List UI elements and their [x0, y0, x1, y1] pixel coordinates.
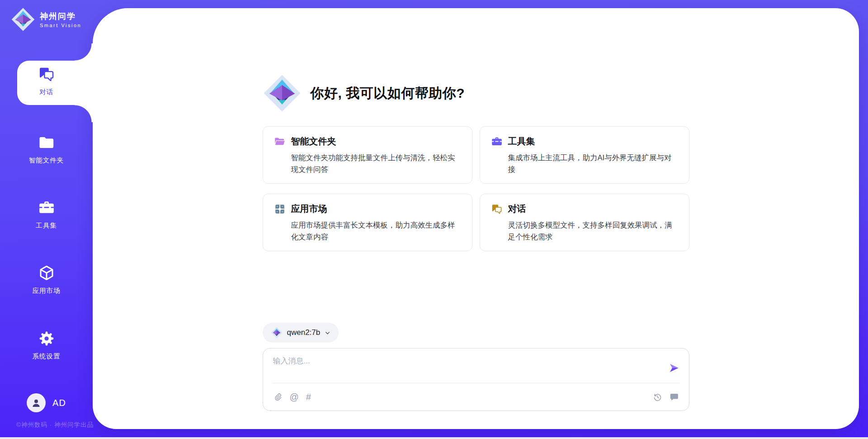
sidebar-item-label: 工具集 — [0, 221, 93, 230]
card-title: 智能文件夹 — [291, 135, 336, 148]
sidebar-item-label: 对话 — [0, 88, 93, 96]
greeting-text: 你好, 我可以如何帮助你? — [311, 84, 465, 103]
gear-icon — [38, 330, 55, 347]
model-name: qwen2:7b — [287, 328, 321, 337]
message-composer: @ # — [263, 348, 689, 411]
chevron-down-icon — [325, 330, 330, 336]
folder-open-icon — [274, 136, 286, 148]
person-icon — [30, 397, 42, 409]
card-app-market[interactable]: 应用市场 应用市场提供丰富长文本模板，助力高效生成多样化文章内容 — [263, 194, 472, 251]
brand-diamond-logo — [11, 7, 35, 32]
feature-cards: 智能文件夹 智能文件夹功能支持批量文件上传与清洗，轻松实现文件问答 工具集 集成… — [263, 126, 689, 251]
send-icon[interactable] — [668, 362, 680, 374]
sidebar-item-chat[interactable]: 对话 — [0, 66, 93, 96]
sidebar-item-settings[interactable]: 系统设置 — [0, 330, 93, 361]
toolbox-icon — [491, 136, 503, 148]
user-block: AD — [0, 393, 93, 412]
card-description: 智能文件夹功能支持批量文件上传与清洗，轻松实现文件问答 — [291, 152, 461, 175]
attachment-icon[interactable] — [273, 392, 283, 402]
folder-icon — [38, 134, 55, 151]
card-title: 对话 — [508, 203, 526, 215]
chat-bubbles-icon — [38, 66, 55, 83]
apps-grid-icon — [274, 203, 286, 215]
greeting-block: 你好, 我可以如何帮助你? — [263, 74, 689, 113]
mention-icon[interactable]: @ — [290, 392, 299, 401]
brand-subtitle: Smart Vision — [40, 23, 81, 28]
history-icon[interactable] — [653, 392, 662, 402]
sidebar-item-label: 应用市场 — [0, 286, 93, 295]
sidebar-item-smart-folder[interactable]: 智能文件夹 — [0, 134, 93, 165]
cube-icon — [38, 264, 55, 282]
model-logo-icon — [271, 327, 283, 339]
sidebar-item-toolset[interactable]: 工具集 — [0, 199, 93, 230]
model-selector[interactable]: qwen2:7b — [263, 323, 339, 343]
sidebar-footer-text: ©神州数码 · 神州问学出品 — [16, 421, 94, 429]
sidebar-item-label: 系统设置 — [0, 352, 93, 361]
feedback-chat-icon[interactable] — [670, 392, 679, 402]
card-smart-folder[interactable]: 智能文件夹 智能文件夹功能支持批量文件上传与清洗，轻松实现文件问答 — [263, 126, 472, 184]
card-chat[interactable]: 对话 灵活切换多模型文件，支持多样回复效果调试，满足个性化需求 — [480, 194, 689, 251]
sidebar-item-label: 智能文件夹 — [0, 156, 93, 165]
avatar[interactable] — [27, 393, 46, 412]
user-initials: AD — [52, 398, 66, 408]
brand-block: 神州问学 Smart Vision — [11, 7, 81, 32]
toolbox-icon — [38, 199, 55, 216]
card-toolset[interactable]: 工具集 集成市场上主流工具，助力AI与外界无缝扩展与对接 — [480, 126, 689, 184]
card-title: 应用市场 — [291, 203, 327, 215]
chat-bubbles-icon — [491, 203, 503, 215]
active-nav-fillet-bottom — [75, 105, 93, 122]
message-input[interactable] — [273, 352, 668, 377]
card-title: 工具集 — [508, 135, 535, 148]
card-description: 集成市场上主流工具，助力AI与外界无缝扩展与对接 — [508, 152, 678, 175]
sidebar-item-app-market[interactable]: 应用市场 — [0, 264, 93, 295]
hashtag-icon[interactable]: # — [306, 392, 311, 401]
active-nav-fillet-top — [75, 43, 93, 61]
card-description: 灵活切换多模型文件，支持多样回复效果调试，满足个性化需求 — [508, 220, 678, 243]
bottom-scrollbar-strip[interactable] — [0, 437, 868, 439]
card-description: 应用市场提供丰富长文本模板，助力高效生成多样化文章内容 — [291, 220, 461, 243]
main-panel: 你好, 我可以如何帮助你? 智能文件夹 智能文件夹功能支持批量文件上传与清洗，轻… — [93, 8, 859, 429]
brand-diamond-logo — [263, 74, 302, 113]
brand-name: 神州问学 — [40, 11, 81, 22]
